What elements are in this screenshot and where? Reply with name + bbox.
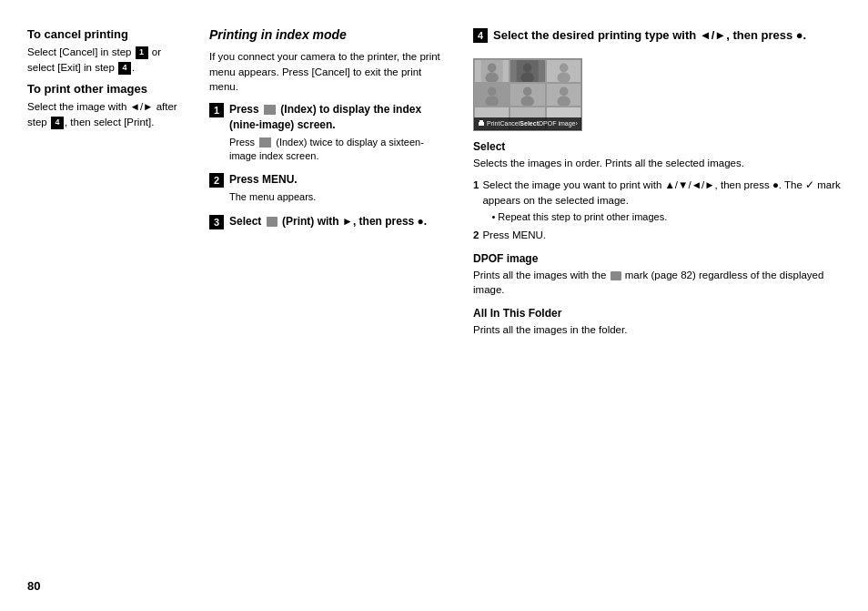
thumb-3 [546,59,581,83]
left-column: To cancel printing Select [Cancel] in st… [27,27,209,584]
thumb-4 [474,83,510,107]
step-1-sub: Press (Index) twice to display a sixteen… [229,136,446,164]
index-intro: If you connect your camera to the printe… [209,49,446,95]
step-badge-1: 1 [136,46,148,59]
cancel-printing-title: To cancel printing [27,27,191,41]
step-4-num: 4 [473,28,488,43]
all-folder-desc: Prints all the images in the folder. [473,322,841,338]
select-bullet: Repeat this step to print other images. [482,210,841,224]
print-other-text: Select the image with ◄/► after step 4, … [27,99,191,129]
screen-arrow: › [576,120,578,127]
svg-point-7 [560,63,569,72]
step-badge-4b: 4 [51,117,64,129]
screen-cancel-label: Cancel [500,120,520,127]
select-sub-item-1: 1 Select the image you want to print wit… [473,178,841,226]
page-number: 80 [27,579,40,593]
select-sub-list: 1 Select the image you want to print wit… [473,178,841,242]
screen-print-label: Print [478,120,500,127]
screen-bottom-bar: Print Cancel Select DPOF image › [474,117,581,130]
step-3-content: Select (Print) with ►, then press ●. [229,214,446,232]
step-badge-4a: 4 [118,62,131,75]
step-2-sub: The menu appears. [229,190,446,204]
index-mode-title: Printing in index mode [209,27,446,42]
step-1-content: Press (Index) to display the index (nine… [229,102,446,163]
middle-column: Printing in index mode If you connect yo… [209,27,464,584]
camera-screen: Print Cancel Select DPOF image › [473,58,582,131]
step-4-title: Select the desired printing type with ◄/… [493,27,841,44]
svg-point-4 [523,63,532,72]
dpof-desc: Prints all the images with the mark (pag… [473,268,841,298]
step-2-title: Press MENU. [229,172,446,188]
step-2-num: 2 [209,173,224,188]
select-sub-num-1: 1 [473,178,479,193]
step-4-content: Select the desired printing type with ◄/… [493,27,841,49]
step-2-block: 2 Press MENU. The menu appears. [209,172,446,204]
print-icon [478,120,485,127]
step-3-num: 3 [209,215,224,229]
step-3-block: 3 Select (Print) with ►, then press ●. [209,214,446,232]
svg-point-10 [488,87,497,96]
thumb-5 [510,83,545,107]
select-heading: Select [473,140,841,153]
svg-point-1 [488,63,497,72]
step-1-block: 1 Press (Index) to display the index (ni… [209,102,446,163]
svg-point-13 [523,87,532,96]
svg-rect-19 [479,120,483,123]
thumb-1 [474,59,510,83]
step-4-block: 4 Select the desired printing type with … [473,27,841,49]
step-3-title: Select (Print) with ►, then press ●. [229,214,446,229]
step-2-content: Press MENU. The menu appears. [229,172,446,204]
step-1-title: Press (Index) to display the index (nine… [229,102,446,133]
dpof-heading: DPOF image [473,252,841,265]
select-sub-item-2: 2 Press MENU. [473,228,841,243]
page: To cancel printing Select [Cancel] in st… [0,0,868,611]
svg-rect-18 [479,122,484,126]
select-sub-text-1: Select the image you want to print with … [482,178,841,226]
print-other-title: To print other images [27,82,191,96]
thumb-2 [510,59,545,83]
svg-point-16 [560,87,569,96]
all-folder-heading: All In This Folder [473,307,841,320]
select-sub-num-2: 2 [473,228,479,243]
screen-dpof-label: DPOF image [539,120,575,127]
thumb-6 [546,83,581,107]
screen-select-label: Select [520,120,539,127]
select-desc: Selects the images in order. Prints all … [473,156,841,171]
select-sub-text-2: Press MENU. [482,228,546,243]
step-1-num: 1 [209,103,224,117]
right-column: 4 Select the desired printing type with … [464,27,841,584]
cancel-printing-text: Select [Cancel] in step 1 or select [Exi… [27,45,191,75]
